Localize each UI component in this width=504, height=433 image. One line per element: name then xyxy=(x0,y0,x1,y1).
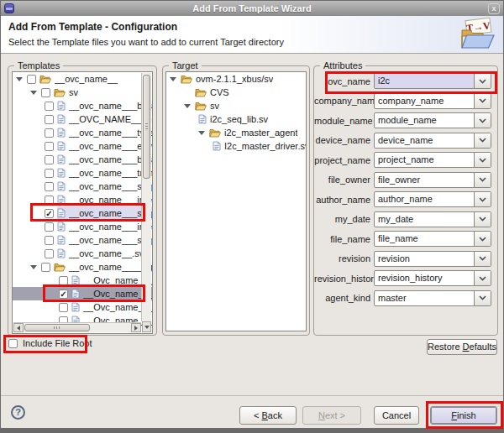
attribute-combobox-agent_kind[interactable]: master xyxy=(374,290,491,306)
chevron-down-icon[interactable] xyxy=(474,113,491,128)
scrollbar-thumb[interactable] xyxy=(143,75,150,179)
templates-tree-item[interactable]: __ovc_name___tran xyxy=(13,166,152,180)
item-checkbox[interactable] xyxy=(27,75,36,84)
chevron-down-icon[interactable] xyxy=(474,74,491,88)
chevron-down-icon[interactable] xyxy=(474,232,491,246)
item-checkbox[interactable] xyxy=(45,236,54,245)
templates-tree-item[interactable]: __ovc_name__ xyxy=(13,72,152,86)
cancel-button[interactable]: Cancel xyxy=(374,406,419,425)
target-tree-item[interactable]: sv xyxy=(166,99,306,112)
templates-tree-item[interactable]: __ovc_name___bus_ xyxy=(13,99,152,112)
target-tree-item[interactable]: I2c_master_driver.sv xyxy=(166,139,306,153)
templates-horizontal-scrollbar[interactable] xyxy=(13,322,141,332)
combobox-value[interactable]: revision_history xyxy=(375,271,474,285)
expander-icon[interactable] xyxy=(170,77,176,81)
chevron-down-icon[interactable] xyxy=(474,153,491,167)
templates-vertical-scrollbar[interactable] xyxy=(141,73,151,321)
chevron-down-icon[interactable] xyxy=(474,212,491,227)
item-checkbox[interactable] xyxy=(45,115,54,124)
close-icon[interactable]: x xyxy=(488,3,500,14)
restore-defaults-button[interactable]: Restore Defaults xyxy=(427,339,497,355)
chevron-down-icon[interactable] xyxy=(474,252,491,266)
target-tree-item[interactable]: ovm-2.1.1_xbus/sv xyxy=(166,72,306,86)
combobox-value[interactable]: device_name xyxy=(375,133,474,148)
attribute-combobox-company_name[interactable]: company_name xyxy=(374,93,491,109)
chevron-down-icon[interactable] xyxy=(474,173,491,187)
templates-tree-item[interactable]: sv xyxy=(13,86,152,99)
expander-icon[interactable] xyxy=(30,91,37,95)
expander-icon[interactable] xyxy=(30,265,37,269)
attribute-combobox-project_name[interactable]: project_name xyxy=(374,152,491,168)
item-checkbox[interactable] xyxy=(45,182,54,191)
target-tree-item[interactable]: CVS xyxy=(166,86,306,99)
combobox-value[interactable]: company_name xyxy=(375,94,474,108)
combobox-value[interactable]: my_date xyxy=(375,212,474,227)
back-button[interactable]: < Back xyxy=(239,406,297,425)
item-checkbox[interactable]: ✓ xyxy=(45,209,54,218)
templates-tree-item[interactable]: __ovc_name____ag xyxy=(13,260,152,274)
item-checkbox[interactable] xyxy=(45,155,54,164)
combobox-value[interactable]: file_owner xyxy=(375,173,474,187)
item-checkbox[interactable] xyxy=(59,276,68,285)
attribute-combobox-author_name[interactable]: author_name xyxy=(374,191,491,207)
templates-tree-item[interactable]: ✓__Ovc_name_____ xyxy=(13,287,152,300)
item-checkbox[interactable] xyxy=(41,88,50,97)
help-button[interactable]: ? xyxy=(11,405,25,420)
expander-icon[interactable] xyxy=(184,104,191,108)
item-checkbox[interactable] xyxy=(45,196,54,205)
combobox-value[interactable]: master xyxy=(375,291,474,305)
templates-tree[interactable]: __ovc_name__sv__ovc_name___bus___OVC_NAM… xyxy=(12,71,153,334)
templates-tree-item[interactable]: __ovc_name___inter xyxy=(13,193,152,206)
item-checkbox[interactable] xyxy=(45,128,54,138)
chevron-down-icon[interactable] xyxy=(474,291,491,305)
templates-tree-item[interactable]: __ovc_name___type xyxy=(13,126,152,139)
target-tree-item[interactable]: i2c_seq_lib.sv xyxy=(166,112,306,126)
chevron-down-icon[interactable] xyxy=(474,192,491,206)
scroll-right-button[interactable] xyxy=(131,323,141,332)
item-checkbox[interactable] xyxy=(59,303,68,312)
item-checkbox[interactable] xyxy=(45,142,54,151)
expander-icon[interactable] xyxy=(198,131,205,135)
item-checkbox[interactable] xyxy=(45,102,54,111)
templates-tree-item[interactable]: __ovc_name___inter xyxy=(13,220,152,233)
attribute-combobox-device_name[interactable]: device_name xyxy=(374,133,491,149)
combobox-value[interactable]: project_name xyxy=(375,153,474,167)
next-button[interactable]: Next > xyxy=(302,406,361,425)
templates-tree-item[interactable]: __ovc_name___sequ xyxy=(13,180,152,193)
target-tree[interactable]: ovm-2.1.1_xbus/svCVSsvi2c_seq_lib.svi2c_… xyxy=(165,71,307,331)
item-checkbox[interactable] xyxy=(45,169,54,178)
item-checkbox[interactable] xyxy=(45,222,54,232)
target-tree-item[interactable]: i2c_master_agent xyxy=(166,126,306,139)
combobox-value[interactable]: author_name xyxy=(375,192,474,206)
finish-button[interactable]: Finish xyxy=(430,406,497,425)
item-checkbox[interactable] xyxy=(41,263,50,272)
chevron-down-icon[interactable] xyxy=(474,271,491,285)
templates-tree-item[interactable]: __ovc_name___env. xyxy=(13,139,152,153)
attribute-combobox-file_name[interactable]: file_name xyxy=(374,231,491,247)
templates-tree-item[interactable]: __Ovc_name_____ xyxy=(13,274,152,287)
item-checkbox[interactable]: ✓ xyxy=(59,290,68,299)
combobox-value[interactable]: module_name xyxy=(375,113,474,128)
scrollbar-thumb[interactable] xyxy=(24,324,90,331)
attribute-combobox-revision_history[interactable]: revision_history xyxy=(374,270,491,286)
combobox-value[interactable]: i2c xyxy=(375,74,474,88)
item-checkbox[interactable] xyxy=(45,249,54,258)
attribute-combobox-module_name[interactable]: module_name xyxy=(374,112,491,128)
expander-icon[interactable] xyxy=(16,77,23,81)
attribute-combobox-file_owner[interactable]: file_owner xyxy=(374,172,491,188)
templates-tree-item[interactable]: ✓__ovc_name___seq_ xyxy=(13,206,152,220)
templates-tree-item[interactable]: __Ovc_name_____ xyxy=(13,300,152,314)
attribute-combobox-revision[interactable]: revision xyxy=(374,251,491,267)
checkbox-icon[interactable] xyxy=(8,339,18,348)
include-file-root-checkbox[interactable]: Include File Root xyxy=(8,338,92,348)
templates-tree-item[interactable]: __ovc_name___bus_ xyxy=(13,153,152,166)
attribute-combobox-my_date[interactable]: my_date xyxy=(374,211,491,227)
combobox-value[interactable]: file_name xyxy=(375,232,474,246)
templates-tree-item[interactable]: __OVC_NAME___env xyxy=(13,112,152,126)
chevron-down-icon[interactable] xyxy=(474,94,491,108)
scroll-down-button[interactable] xyxy=(142,321,151,332)
templates-tree-item[interactable]: __ovc_name__.svh xyxy=(13,247,152,260)
combobox-value[interactable]: revision xyxy=(375,252,474,266)
attribute-combobox-ovc_name[interactable]: i2c xyxy=(374,73,491,89)
chevron-down-icon[interactable] xyxy=(474,133,491,148)
